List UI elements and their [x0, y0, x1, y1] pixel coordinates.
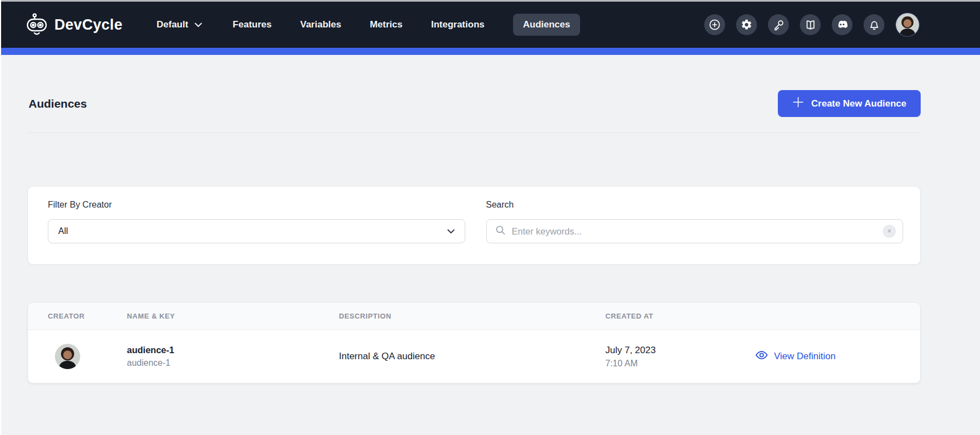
- nav-item-features[interactable]: Features: [233, 14, 272, 36]
- window-top-edge: [0, 0, 980, 2]
- navbar-actions: [704, 13, 980, 37]
- table-row[interactable]: audience-1 audience-1 Internal & QA audi…: [28, 330, 920, 383]
- page-header: Audiences Create New Audience: [27, 55, 921, 117]
- audience-key: audience-1: [127, 358, 339, 368]
- bell-icon: [868, 19, 881, 31]
- close-icon: ×: [887, 228, 891, 235]
- nav-item-variables[interactable]: Variables: [300, 14, 341, 36]
- search-label: Search: [486, 200, 904, 210]
- avatar-photo: [896, 13, 919, 36]
- add-circle-button[interactable]: [704, 14, 725, 35]
- audiences-table: CREATOR NAME & KEY DESCRIPTION CREATED A…: [27, 302, 921, 383]
- view-definition-label: View Definition: [774, 351, 836, 362]
- discord-button[interactable]: [832, 14, 853, 35]
- created-time: 7:10 AM: [605, 359, 755, 369]
- create-new-audience-button[interactable]: Create New Audience: [778, 90, 921, 117]
- chevron-down-icon: [194, 19, 202, 30]
- nav-item-audiences[interactable]: Audiences: [513, 14, 580, 36]
- nav-item-integrations[interactable]: Integrations: [431, 14, 485, 36]
- clear-search-button[interactable]: ×: [883, 225, 896, 238]
- top-navbar: DevCycle Default Features Variables Metr…: [1, 2, 980, 48]
- plus-circle-icon: [708, 18, 721, 31]
- creator-filter-value: All: [58, 226, 68, 236]
- notifications-button[interactable]: [864, 14, 884, 35]
- audience-description: Internal & QA audience: [339, 351, 605, 362]
- logo-wordmark: DevCycle: [54, 16, 122, 34]
- column-header-created-at: CREATED AT: [605, 312, 755, 320]
- header-divider: [27, 132, 921, 133]
- created-at-cell: July 7, 2023 7:10 AM: [605, 345, 755, 369]
- search-input[interactable]: [512, 226, 877, 237]
- chevron-down-icon: [447, 226, 455, 236]
- user-avatar[interactable]: [895, 13, 920, 37]
- project-selector-dropdown[interactable]: Default: [157, 19, 202, 30]
- plus-icon: [792, 96, 804, 111]
- search-box: ×: [486, 219, 904, 243]
- discord-icon: [836, 18, 849, 31]
- table-header-row: CREATOR NAME & KEY DESCRIPTION CREATED A…: [28, 303, 920, 330]
- devcycle-logo[interactable]: DevCycle: [25, 13, 122, 37]
- creator-cell: [48, 344, 127, 369]
- creator-filter-select[interactable]: All: [48, 219, 465, 243]
- settings-button[interactable]: [736, 14, 757, 35]
- created-date: July 7, 2023: [605, 345, 755, 356]
- gear-icon: [740, 19, 753, 31]
- create-button-label: Create New Audience: [811, 98, 906, 109]
- actions-cell: View Definition: [755, 348, 920, 365]
- primary-nav: Features Variables Metrics Integrations …: [233, 14, 580, 36]
- creator-filter-label: Filter By Creator: [48, 200, 465, 210]
- name-key-cell: audience-1 audience-1: [127, 345, 339, 368]
- window-left-edge: [0, 0, 1, 435]
- search-icon: [495, 225, 506, 238]
- creator-avatar: [55, 344, 80, 369]
- eye-icon: [755, 348, 769, 365]
- devcycle-robot-icon: [25, 13, 48, 37]
- column-header-name-key: NAME & KEY: [127, 312, 339, 320]
- filters-panel: Filter By Creator All Search: [27, 186, 921, 265]
- view-definition-link[interactable]: View Definition: [755, 348, 836, 365]
- project-selector-label: Default: [157, 19, 188, 30]
- nav-item-metrics[interactable]: Metrics: [370, 14, 403, 36]
- creator-filter-group: Filter By Creator All: [48, 200, 465, 264]
- docs-button[interactable]: [800, 14, 821, 35]
- page-title: Audiences: [27, 97, 87, 110]
- audience-name: audience-1: [127, 345, 339, 355]
- key-icon: [772, 19, 785, 31]
- column-header-description: DESCRIPTION: [339, 312, 605, 320]
- page-progress-bar: [0, 48, 980, 55]
- main-content: Audiences Create New Audience Filter By …: [0, 55, 980, 435]
- column-header-creator: CREATOR: [48, 312, 127, 320]
- search-filter-group: Search ×: [486, 200, 904, 264]
- avatar-photo: [55, 344, 80, 369]
- api-keys-button[interactable]: [768, 14, 789, 35]
- book-icon: [804, 19, 817, 31]
